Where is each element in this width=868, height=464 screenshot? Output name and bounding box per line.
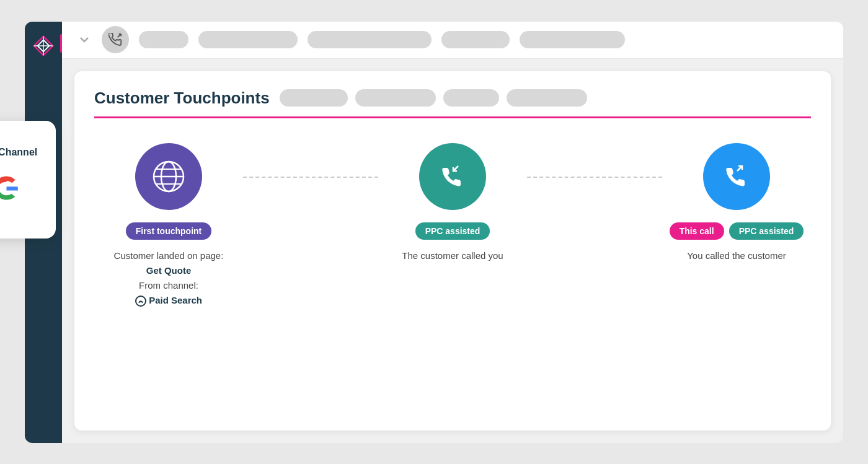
header-pills xyxy=(280,89,587,107)
topbar-pill-4 xyxy=(441,31,510,48)
touchpoint-ppc-desc: The customer called you xyxy=(402,248,503,263)
paid-search-icon xyxy=(135,295,146,307)
touchpoint-first: First touchpoint Customer landed on page… xyxy=(94,143,243,308)
section-title: Customer Touchpoints xyxy=(94,89,270,108)
connector-1 xyxy=(243,177,378,178)
badges-ppc-assisted-1: PPC assisted xyxy=(415,222,490,240)
badges-first: First touchpoint xyxy=(126,222,212,240)
phone-incoming-icon-circle xyxy=(419,143,486,210)
badge-ppc-assisted-2: PPC assisted xyxy=(729,222,804,240)
touchpoint-this-call: This call PPC assisted You called the cu… xyxy=(662,143,811,263)
main-content: Customer Touchpoints xyxy=(62,22,843,443)
topbar-pill-5 xyxy=(520,31,625,48)
content-panel: Customer Touchpoints xyxy=(74,71,831,431)
top-bar xyxy=(62,22,843,59)
connector-2 xyxy=(527,177,662,178)
ppc-channel-card: PPC Channel xyxy=(0,121,56,239)
header-pill-2 xyxy=(355,89,436,107)
globe-icon-circle xyxy=(135,143,202,210)
screen-wrapper: PPC Channel xyxy=(25,22,843,443)
phone-outgoing-icon-circle xyxy=(703,143,770,210)
topbar-pill-3 xyxy=(308,31,432,48)
badges-this-call: This call PPC assisted xyxy=(670,222,804,240)
touchpoint-this-call-desc: You called the customer xyxy=(687,248,786,263)
phone-outgoing-button[interactable] xyxy=(102,26,129,53)
header-pill-3 xyxy=(443,89,499,107)
sidebar: PPC Channel xyxy=(25,22,62,443)
header-pill-4 xyxy=(507,89,587,107)
sidebar-logo xyxy=(32,34,55,58)
badge-ppc-assisted-1: PPC assisted xyxy=(415,222,490,240)
header-pill-1 xyxy=(280,89,348,107)
topbar-pill-2 xyxy=(198,31,298,48)
section-header: Customer Touchpoints xyxy=(94,89,811,118)
google-logo xyxy=(0,168,29,212)
badge-first-touchpoint: First touchpoint xyxy=(126,222,212,240)
badge-this-call: This call xyxy=(670,222,724,240)
topbar-pill-1 xyxy=(139,31,188,48)
sidebar-accent-bar xyxy=(60,34,62,53)
touchpoint-ppc-assisted: PPC assisted The customer called you xyxy=(378,143,527,263)
touchpoints-row: First touchpoint Customer landed on page… xyxy=(94,143,811,308)
touchpoint-first-desc: Customer landed on page: Get Quote From … xyxy=(114,248,224,308)
ppc-channel-label: PPC Channel xyxy=(0,147,37,158)
chevron-down-icon[interactable] xyxy=(77,32,92,47)
